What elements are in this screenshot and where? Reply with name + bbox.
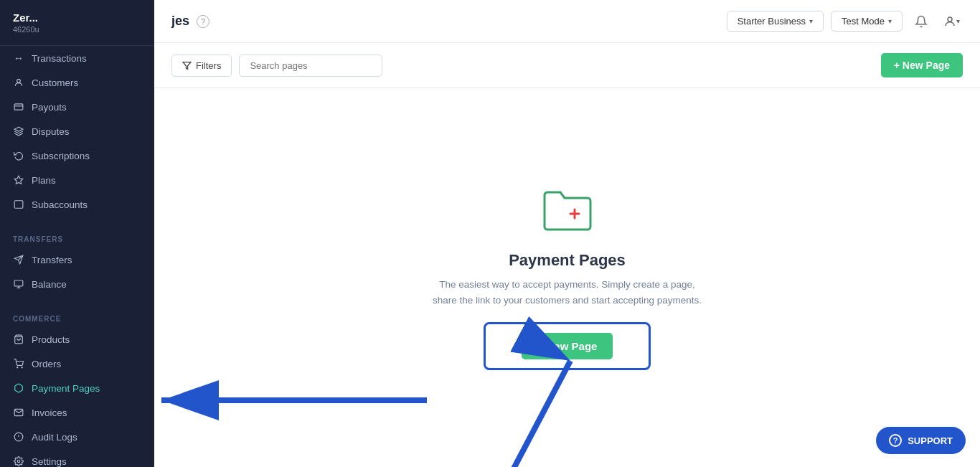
transfers-section-label: TRANSFERS: [0, 225, 154, 247]
sidebar-item-label: Plans: [32, 175, 56, 186]
sidebar-item-audit-logs[interactable]: Audit Logs: [0, 425, 154, 449]
sidebar-item-disputes[interactable]: Disputes: [0, 119, 154, 143]
svg-rect-4: [14, 201, 23, 209]
transactions-icon: ↔: [13, 52, 24, 64]
chevron-down-icon: ▾: [809, 17, 813, 25]
filterbar-left: Filters: [171, 55, 382, 77]
filterbar: Filters + New Page: [154, 43, 980, 88]
empty-state-title: Payment Pages: [509, 251, 626, 270]
sidebar-item-label: Products: [32, 334, 70, 345]
test-mode-button[interactable]: Test Mode ▾: [831, 11, 903, 32]
sidebar-item-plans[interactable]: Plans: [0, 168, 154, 192]
topbar: jes ? Starter Business ▾ Test Mode ▾ ▾: [154, 0, 980, 43]
starter-business-button[interactable]: Starter Business ▾: [727, 11, 824, 32]
sidebar-item-label: Payouts: [32, 102, 67, 113]
support-label: SUPPORT: [908, 435, 953, 446]
svg-rect-7: [14, 280, 23, 286]
invoices-icon: [13, 407, 24, 418]
sidebar-item-label: Settings: [32, 456, 67, 467]
new-page-top-button[interactable]: + New Page: [881, 53, 963, 77]
sidebar-item-label: Subaccounts: [32, 199, 88, 210]
support-button[interactable]: ? SUPPORT: [876, 427, 966, 454]
payment-pages-icon: [13, 382, 24, 394]
sidebar-item-label: Transactions: [32, 53, 87, 64]
sidebar-item-label: Balance: [32, 279, 67, 290]
sidebar-item-invoices[interactable]: Invoices: [0, 400, 154, 425]
topbar-left: jes ?: [171, 14, 209, 29]
support-help-icon: ?: [889, 434, 902, 447]
subaccounts-icon: [13, 199, 24, 210]
notifications-button[interactable]: [910, 10, 933, 33]
empty-state-description: The easiest way to accept payments. Simp…: [431, 277, 704, 308]
topbar-right: Starter Business ▾ Test Mode ▾ ▾: [727, 10, 963, 33]
new-page-top-label: + New Page: [894, 60, 950, 71]
sidebar-item-settings[interactable]: Settings: [0, 449, 154, 467]
test-mode-label: Test Mode: [842, 16, 885, 27]
folder-icon: [539, 185, 596, 238]
svg-rect-1: [14, 104, 23, 110]
transfers-icon: [13, 254, 24, 265]
profile-button[interactable]: ▾: [940, 10, 963, 33]
sidebar-item-label: Invoices: [32, 407, 67, 418]
sidebar-item-payment-pages[interactable]: Payment Pages: [0, 376, 154, 400]
sidebar-item-label: Audit Logs: [32, 432, 77, 443]
empty-state: Payment Pages The easiest way to accept …: [431, 185, 704, 370]
sidebar-item-subaccounts[interactable]: Subaccounts: [0, 192, 154, 217]
svg-marker-18: [183, 62, 191, 69]
filters-label: Filters: [196, 60, 221, 71]
new-page-center-button[interactable]: + New Page: [522, 333, 613, 359]
sidebar-item-payouts[interactable]: Payouts: [0, 95, 154, 119]
audit-logs-icon: [13, 431, 24, 443]
sidebar-item-label: Customers: [32, 77, 78, 88]
commerce-section-label: COMMERCE: [0, 305, 154, 327]
svg-point-12: [22, 367, 22, 368]
svg-point-0: [17, 79, 21, 82]
sidebar-item-balance[interactable]: Balance: [0, 272, 154, 296]
payouts-icon: [13, 101, 24, 113]
sidebar-item-customers[interactable]: Customers: [0, 70, 154, 95]
sidebar-item-label: Payment Pages: [32, 383, 100, 394]
sidebar-item-transfers[interactable]: Transfers: [0, 247, 154, 272]
logo-text: Zer...: [13, 11, 141, 24]
svg-point-17: [948, 17, 952, 22]
search-input-wrap: [239, 55, 382, 77]
logo-sub: 46260u: [13, 25, 141, 34]
svg-marker-3: [14, 176, 23, 184]
page-title: jes: [171, 14, 189, 29]
filters-button[interactable]: Filters: [171, 55, 232, 77]
plans-icon: [13, 174, 24, 186]
balance-icon: [13, 278, 24, 290]
content-area: Payment Pages The easiest way to accept …: [154, 88, 980, 467]
subscriptions-icon: [13, 150, 24, 161]
settings-icon: [13, 456, 24, 467]
search-input[interactable]: [239, 55, 382, 77]
disputes-icon: [13, 126, 24, 137]
sidebar-item-label: Subscriptions: [32, 151, 90, 161]
sidebar-item-label: Orders: [32, 359, 61, 369]
svg-line-24: [499, 361, 570, 467]
svg-point-16: [17, 460, 20, 463]
new-page-center-label: + New Page: [537, 340, 598, 352]
svg-point-11: [17, 367, 18, 368]
main-content: jes ? Starter Business ▾ Test Mode ▾ ▾: [154, 0, 980, 467]
orders-icon: [13, 358, 24, 369]
sidebar: Zer... 46260u ↔ Transactions Customers P…: [0, 0, 154, 467]
help-icon[interactable]: ?: [197, 15, 209, 28]
customers-icon: [13, 77, 24, 88]
sidebar-item-label: Transfers: [32, 255, 72, 265]
starter-business-label: Starter Business: [738, 16, 806, 27]
products-icon: [13, 334, 24, 345]
sidebar-logo: Zer... 46260u: [0, 0, 154, 46]
sidebar-item-subscriptions[interactable]: Subscriptions: [0, 143, 154, 168]
chevron-down-icon: ▾: [888, 17, 892, 25]
sidebar-item-transactions[interactable]: ↔ Transactions: [0, 46, 154, 70]
sidebar-item-orders[interactable]: Orders: [0, 352, 154, 376]
sidebar-item-label: Disputes: [32, 126, 70, 137]
sidebar-item-products[interactable]: Products: [0, 327, 154, 352]
new-page-center-wrap: + New Page: [484, 322, 651, 370]
